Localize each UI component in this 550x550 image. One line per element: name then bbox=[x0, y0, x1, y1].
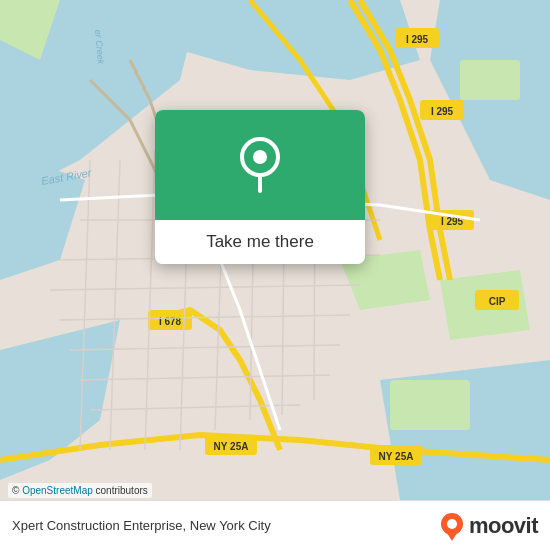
take-me-there-button[interactable]: Take me there bbox=[155, 220, 365, 264]
svg-rect-11 bbox=[460, 60, 520, 100]
moovit-wordmark: moovit bbox=[469, 513, 538, 539]
svg-text:I 295: I 295 bbox=[431, 106, 454, 117]
svg-text:CIP: CIP bbox=[489, 296, 506, 307]
map-attribution: © OpenStreetMap contributors bbox=[8, 483, 152, 498]
svg-text:NY 25A: NY 25A bbox=[379, 451, 414, 462]
svg-text:NY 25A: NY 25A bbox=[214, 441, 249, 452]
svg-text:I 295: I 295 bbox=[406, 34, 429, 45]
attribution-prefix: © bbox=[12, 485, 22, 496]
openstreetmap-link[interactable]: OpenStreetMap bbox=[22, 485, 93, 496]
svg-point-46 bbox=[253, 150, 267, 164]
bottom-bar: Xpert Construction Enterprise, New York … bbox=[0, 500, 550, 550]
svg-marker-50 bbox=[447, 533, 457, 541]
moovit-logo: moovit bbox=[439, 511, 538, 541]
svg-rect-9 bbox=[390, 380, 470, 430]
location-pin-icon bbox=[238, 137, 282, 193]
location-card: Take me there bbox=[155, 110, 365, 264]
card-header bbox=[155, 110, 365, 220]
attribution-suffix: contributors bbox=[93, 485, 148, 496]
moovit-pin-icon bbox=[439, 511, 465, 541]
svg-point-49 bbox=[447, 519, 457, 529]
place-name: Xpert Construction Enterprise, New York … bbox=[12, 518, 271, 533]
map-container: I 295 I 295 I 295 CIP I 678 CIP NY 25A N… bbox=[0, 0, 550, 500]
